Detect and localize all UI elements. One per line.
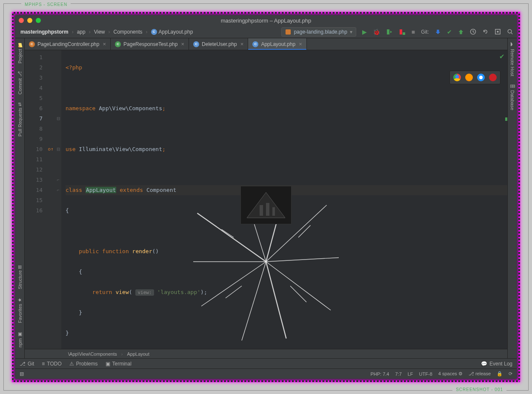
editor-tab[interactable]: C DeleteUser.php × xyxy=(189,38,248,50)
tool-windows-toggle-icon[interactable]: ▧ xyxy=(20,371,24,377)
status-php-version[interactable]: PHP: 7.4 xyxy=(370,371,389,377)
breadcrumb-sep-icon: › xyxy=(72,29,74,35)
status-caret-position[interactable]: 7:7 xyxy=(395,371,401,377)
git-update-button[interactable] xyxy=(435,29,441,35)
git-label: Git: xyxy=(421,29,429,35)
opera-icon[interactable] xyxy=(489,74,497,81)
debug-button[interactable]: 🐞 xyxy=(373,29,380,35)
breadcrumb-file[interactable]: C AppLayout.php xyxy=(149,28,195,36)
run-button[interactable]: ▶ xyxy=(362,29,367,35)
tool-favorites[interactable]: Favorites★ xyxy=(17,297,23,323)
bottom-tool-todo[interactable]: ≡TODO xyxy=(42,361,61,367)
lock-icon[interactable]: 🔒 xyxy=(497,371,503,377)
stop-button[interactable]: ■ xyxy=(412,29,415,35)
rollback-button[interactable] xyxy=(482,29,489,35)
editor-breadcrumb-bar: \App\View\Components › AppLayout xyxy=(25,349,507,358)
close-tab-icon[interactable]: × xyxy=(240,41,244,47)
database-icon: 🗄 xyxy=(510,84,515,89)
run-with-coverage-button[interactable] xyxy=(386,29,393,35)
php-class-file-icon: C xyxy=(193,41,199,47)
close-tab-icon[interactable]: × xyxy=(181,41,184,47)
folder-icon: 📁 xyxy=(17,42,23,47)
svg-rect-24 xyxy=(272,207,275,216)
blade-file-icon xyxy=(285,29,291,35)
tab-label: PageLandingController.php xyxy=(37,41,99,47)
breadcrumb-segment[interactable]: app xyxy=(75,28,87,36)
tool-remote-host[interactable]: ☁Remote Host xyxy=(509,42,515,76)
warning-icon: ⚠ xyxy=(69,361,74,367)
chevron-right-icon: › xyxy=(121,351,123,357)
bottom-tool-terminal[interactable]: ▣Terminal xyxy=(106,361,132,367)
bottom-tool-problems[interactable]: ⚠Problems xyxy=(69,361,98,367)
chrome-icon[interactable] xyxy=(453,74,461,81)
fold-toggle-icon[interactable]: ⊟ xyxy=(55,144,61,154)
editor-tabbar: C PageLandingController.php × C PageResp… xyxy=(25,38,507,50)
breadcrumb-class[interactable]: AppLayout xyxy=(127,351,149,357)
close-tab-icon[interactable]: × xyxy=(103,41,106,47)
bottom-tool-git[interactable]: ⎇Git xyxy=(20,361,34,367)
chevron-down-icon: ▾ xyxy=(350,29,352,35)
sync-settings-icon[interactable]: ⟳ xyxy=(509,371,512,377)
tool-pull-requests[interactable]: Pull Requests⇅ xyxy=(17,102,23,137)
svg-line-7 xyxy=(511,33,512,34)
editor-tab[interactable]: C PageResponseTest.php × xyxy=(111,38,189,50)
history-button[interactable] xyxy=(470,29,476,35)
error-stripe-marker[interactable] xyxy=(505,117,507,121)
breadcrumb-file-label: AppLayout.php xyxy=(159,29,193,35)
fold-toggle-icon[interactable]: ⊟ xyxy=(55,114,61,124)
close-window-button[interactable] xyxy=(19,18,24,23)
override-method-icon[interactable]: o↑ xyxy=(46,144,55,154)
frame-bottom-label: SCREENSHOT - 001 xyxy=(452,387,506,392)
left-tool-window-bar: Project📁 Commit⎇ Pull Requests⇅ Structur… xyxy=(15,38,25,358)
line-number-gutter[interactable]: 1 2 3 4 5 6 7 8 9 10 11 12 13 14 15 16 xyxy=(25,50,46,349)
stop-with-test-button[interactable] xyxy=(399,29,406,35)
git-push-button[interactable] xyxy=(458,29,464,35)
main-toolbar: ▶ 🐞 ■ Git: ✔ xyxy=(362,29,513,35)
status-line-ending[interactable]: LF xyxy=(408,371,413,377)
chat-bubble-icon: 💬 xyxy=(481,361,487,367)
ide-settings-button[interactable] xyxy=(495,29,501,35)
minimize-window-button[interactable] xyxy=(27,18,32,23)
breadcrumb-project[interactable]: masteringphpstorm xyxy=(19,28,70,36)
branch-icon: ⎇ xyxy=(20,361,26,367)
frame-top-label: MPHPS - SCREEN xyxy=(21,2,71,7)
git-commit-button[interactable]: ✔ xyxy=(447,29,452,35)
svg-rect-1 xyxy=(400,29,402,34)
firefox-icon[interactable] xyxy=(465,74,473,81)
decorative-crack-center xyxy=(240,186,292,224)
breadcrumb-namespace[interactable]: \App\View\Components xyxy=(68,351,117,357)
fold-end-icon: ⌐ xyxy=(55,185,61,195)
path-breadcrumb: masteringphpstorm › app › View › Compone… xyxy=(19,28,194,36)
folding-gutter[interactable]: ⊟ ⊟ ⌐ ⌐ xyxy=(55,50,61,349)
tool-database[interactable]: 🗄Database xyxy=(510,84,515,110)
titlebar: masteringphpstorm – AppLayout.php xyxy=(15,15,517,26)
remote-icon: ☁ xyxy=(509,42,515,47)
editor-tab-active[interactable]: C AppLayout.php × xyxy=(248,38,306,50)
status-git-branch[interactable]: ⎇ release xyxy=(469,371,491,377)
gutter-markers[interactable]: o↑ xyxy=(46,50,55,349)
branch-icon: ⎇ xyxy=(469,371,474,376)
inspection-ok-icon[interactable]: ✔ xyxy=(499,53,505,60)
indent-settings-icon: ⚙ xyxy=(458,371,463,376)
tool-structure[interactable]: Structure⊞ xyxy=(17,265,23,289)
status-indent[interactable]: 4 spaces ⚙ xyxy=(438,371,463,377)
breadcrumb-segment[interactable]: Components xyxy=(112,28,144,36)
tool-commit[interactable]: Commit⎇ xyxy=(17,71,23,94)
status-encoding[interactable]: UTF-8 xyxy=(419,371,432,377)
php-class-file-icon: C xyxy=(151,29,157,35)
run-configuration-selector[interactable]: page-landing.blade.php ▾ xyxy=(281,27,356,37)
tool-project[interactable]: Project📁 xyxy=(17,42,23,63)
php-test-file-icon: C xyxy=(115,41,121,47)
close-tab-icon[interactable]: × xyxy=(299,41,302,47)
terminal-icon: ▣ xyxy=(106,361,110,367)
php-file-icon: C xyxy=(29,41,35,47)
status-bar: ▧ PHP: 7.4 7:7 LF UTF-8 4 spaces ⚙ ⎇ rel… xyxy=(15,368,517,379)
safari-icon[interactable] xyxy=(477,74,485,81)
editor-tab[interactable]: C PageLandingController.php × xyxy=(25,38,111,50)
search-everywhere-button[interactable] xyxy=(507,29,513,35)
breadcrumb-segment[interactable]: View xyxy=(92,28,107,36)
event-log-button[interactable]: 💬Event Log xyxy=(481,361,512,367)
tool-npm[interactable]: npm▣ xyxy=(17,331,23,347)
tab-label: DeleteUser.php xyxy=(202,41,237,47)
maximize-window-button[interactable] xyxy=(36,18,41,23)
